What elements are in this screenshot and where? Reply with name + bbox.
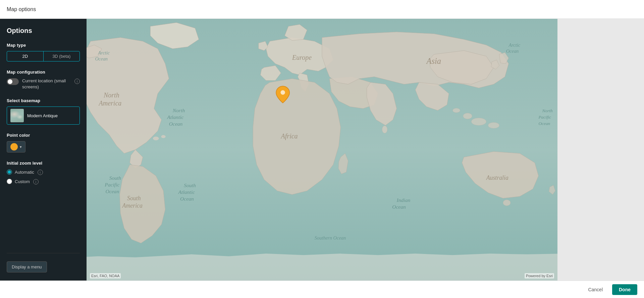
- zoom-custom-label: Custom: [15, 179, 30, 184]
- right-panel: [557, 19, 644, 281]
- map-svg: South Pacific Ocean North Atlantic Ocean…: [87, 19, 557, 281]
- svg-text:Arctic: Arctic: [98, 50, 110, 55]
- svg-text:America: America: [98, 99, 122, 107]
- zoom-automatic-info-icon[interactable]: i: [38, 170, 43, 175]
- current-location-label: Current location (small screens): [22, 78, 71, 90]
- svg-text:Pacific: Pacific: [538, 115, 551, 120]
- cancel-button[interactable]: Cancel: [583, 284, 608, 295]
- svg-text:North: North: [542, 108, 553, 113]
- svg-point-37: [280, 90, 285, 95]
- svg-text:Australia: Australia: [486, 174, 508, 181]
- zoom-level-group: Initial zoom level Automatic i Custom i: [7, 161, 80, 184]
- page-title: Map options: [7, 6, 36, 12]
- map-attribution-left: Esri, FAO, NOAA: [90, 273, 121, 279]
- svg-text:Ocean: Ocean: [180, 196, 194, 202]
- main-layout: Options Map type 2D 3D (beta) Map config…: [0, 19, 644, 281]
- svg-text:Asia: Asia: [426, 56, 441, 66]
- map-attribution-right: Powered by Esri: [525, 273, 554, 279]
- zoom-automatic-radio[interactable]: [7, 169, 12, 175]
- svg-point-2: [153, 137, 159, 140]
- current-location-row: Current location (small screens) i: [7, 78, 80, 90]
- zoom-custom-info-icon[interactable]: i: [33, 179, 39, 184]
- top-bar: Map options: [0, 0, 644, 19]
- map-area[interactable]: South Pacific Ocean North Atlantic Ocean…: [87, 19, 557, 281]
- svg-text:Arctic: Arctic: [508, 42, 520, 48]
- svg-text:Ocean: Ocean: [169, 121, 183, 127]
- current-location-info-icon[interactable]: i: [74, 79, 80, 84]
- svg-point-5: [503, 200, 511, 206]
- map-type-3d-button[interactable]: 3D (beta): [44, 51, 80, 61]
- current-location-toggle[interactable]: [7, 78, 19, 85]
- map-type-group: Map type 2D 3D (beta): [7, 43, 80, 61]
- svg-point-3: [161, 135, 165, 138]
- chevron-down-icon: ▾: [20, 145, 22, 149]
- zoom-custom-row[interactable]: Custom i: [7, 178, 80, 184]
- color-picker-button[interactable]: ▾: [7, 141, 25, 153]
- done-button[interactable]: Done: [612, 284, 637, 295]
- zoom-custom-radio[interactable]: [7, 179, 12, 184]
- svg-point-9: [453, 108, 460, 113]
- svg-text:Ocean: Ocean: [95, 56, 108, 61]
- point-color-label: Point color: [7, 133, 80, 138]
- basemap-selector[interactable]: Modern Antique: [7, 107, 80, 125]
- svg-text:North: North: [103, 91, 119, 99]
- color-circle: [10, 143, 18, 151]
- svg-point-7: [471, 118, 486, 125]
- svg-text:Atlantic: Atlantic: [178, 189, 195, 195]
- svg-text:Ocean: Ocean: [392, 204, 406, 210]
- svg-text:South: South: [127, 195, 141, 202]
- display-menu-section: Display a menu: [7, 253, 80, 272]
- display-menu-button[interactable]: Display a menu: [7, 261, 47, 272]
- svg-text:Indian: Indian: [396, 197, 411, 203]
- basemap-thumbnail-inner: [10, 109, 24, 122]
- map-configuration-label: Map configuration: [7, 70, 80, 75]
- toggle-thumb: [8, 79, 12, 84]
- map-type-2d-button[interactable]: 2D: [7, 51, 44, 61]
- sidebar: Options Map type 2D 3D (beta) Map config…: [0, 19, 87, 281]
- bottom-bar: Cancel Done: [0, 281, 644, 298]
- basemap-name: Modern Antique: [27, 113, 58, 118]
- svg-point-8: [488, 122, 499, 128]
- map-type-toggle: 2D 3D (beta): [7, 51, 80, 61]
- svg-text:Southern Ocean: Southern Ocean: [315, 235, 346, 241]
- zoom-radio-group: Automatic i Custom i: [7, 169, 80, 184]
- basemap-thumbnail: [10, 109, 24, 122]
- toggle-track: [7, 78, 19, 85]
- zoom-level-label: Initial zoom level: [7, 161, 80, 166]
- svg-text:South: South: [184, 182, 196, 188]
- svg-text:Ocean: Ocean: [506, 48, 519, 54]
- svg-point-6: [463, 113, 472, 119]
- point-color-group: Point color ▾: [7, 133, 80, 153]
- svg-text:South: South: [109, 175, 121, 181]
- svg-text:Africa: Africa: [280, 132, 298, 140]
- svg-text:America: America: [122, 202, 143, 209]
- svg-text:Atlantic: Atlantic: [167, 114, 183, 120]
- zoom-automatic-label: Automatic: [15, 170, 34, 175]
- map-configuration-group: Map configuration Current location (smal…: [7, 70, 80, 90]
- sidebar-title: Options: [7, 27, 80, 35]
- map-type-label: Map type: [7, 43, 80, 48]
- svg-text:Europe: Europe: [292, 54, 312, 61]
- svg-text:Pacific: Pacific: [104, 182, 119, 187]
- svg-point-4: [382, 126, 387, 133]
- svg-text:Ocean: Ocean: [538, 121, 550, 126]
- zoom-automatic-row[interactable]: Automatic i: [7, 169, 80, 175]
- svg-text:Ocean: Ocean: [106, 188, 119, 194]
- basemap-label: Select basemap: [7, 98, 80, 103]
- basemap-group: Select basemap Modern Antique: [7, 98, 80, 125]
- svg-text:North: North: [172, 108, 185, 113]
